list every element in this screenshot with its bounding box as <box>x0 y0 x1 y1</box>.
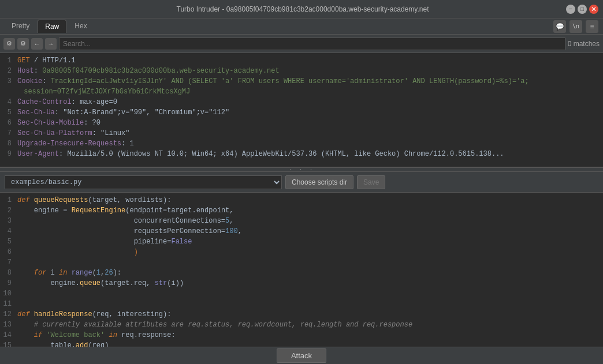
request-line-4: 4 Cache-Control: max-age=0 <box>0 97 603 107</box>
request-line-3: 3 Cookie: TrackingId=acLJwtv1iyISJlnY' A… <box>0 76 603 87</box>
newline-icon-button[interactable]: \n <box>570 20 582 33</box>
script-toolbar: examples/basic.py Choose scripts dir Sav… <box>0 172 603 193</box>
script-line-12: 12 def handleResponse(req, interesting): <box>0 309 603 320</box>
title-bar: Turbo Intruder - 0a98005f04709cb981c3b2a… <box>0 0 603 18</box>
script-line-9: 9 engine.queue(target.req, str(i)) <box>0 278 603 288</box>
request-panel: ⚙ ⚙ ← → 0 matches 1 GET / HTTP/1.1 2 Hos… <box>0 35 603 167</box>
tab-group: Pretty Raw Hex <box>5 20 94 33</box>
request-line-3b: session=0T2fvjWZtJOXr7bGsYb61CrkMtcsXgMJ <box>0 87 603 97</box>
nav-back-button[interactable]: ← <box>31 38 43 50</box>
tab-pretty[interactable]: Pretty <box>5 20 36 33</box>
script-code-area[interactable]: 1 def queueRequests(target, wordlists): … <box>0 193 603 347</box>
script-line-2: 2 engine = RequestEngine(endpoint=target… <box>0 205 603 216</box>
request-line-6: 6 Sec-Ch-Ua-Mobile: ?0 <box>0 118 603 128</box>
script-line-5: 5 pipeline=False <box>0 237 603 247</box>
config-icon-button[interactable]: ⚙ <box>17 38 29 50</box>
tab-hex[interactable]: Hex <box>68 20 94 33</box>
request-code-area[interactable]: 1 GET / HTTP/1.1 2 Host: 0a98005f04709cb… <box>0 53 603 167</box>
panel-divider[interactable]: · · · <box>0 167 603 172</box>
menu-icon-button[interactable]: ≡ <box>586 20 598 33</box>
script-line-14: 14 if 'Welcome back' in req.response: <box>0 330 603 340</box>
script-select[interactable]: examples/basic.py <box>5 175 282 189</box>
script-panel: examples/basic.py Choose scripts dir Sav… <box>0 172 603 347</box>
script-line-6: 6 ) <box>0 247 603 257</box>
request-line-2: 2 Host: 0a98005f04709cb981c3b2ac000d00ba… <box>0 66 603 76</box>
request-line-1: 1 GET / HTTP/1.1 <box>0 55 603 66</box>
nav-fwd-button[interactable]: → <box>45 38 57 50</box>
script-line-1: 1 def queueRequests(target, wordlists): <box>0 195 603 205</box>
window-controls: − □ ✕ <box>566 5 598 14</box>
script-line-3: 3 concurrentConnections=5, <box>0 216 603 226</box>
script-line-13: 13 # currently available attributes are … <box>0 320 603 330</box>
tab-raw[interactable]: Raw <box>38 20 66 33</box>
search-bar: ⚙ ⚙ ← → 0 matches <box>0 35 603 53</box>
save-button[interactable]: Save <box>357 175 385 189</box>
maximize-button[interactable]: □ <box>578 5 587 14</box>
choose-scripts-dir-button[interactable]: Choose scripts dir <box>285 175 353 189</box>
script-line-7: 7 <box>0 257 603 268</box>
minimize-button[interactable]: − <box>566 5 575 14</box>
attack-button[interactable]: Attack <box>277 348 326 363</box>
settings-icon-button[interactable]: ⚙ <box>3 38 15 50</box>
script-line-15: 15 table.add(req) <box>0 340 603 347</box>
request-line-9: 9 User-Agent: Mozilla/5.0 (Windows NT 10… <box>0 149 603 159</box>
request-line-7: 7 Sec-Ch-Ua-Platform: "Linux" <box>0 128 603 138</box>
script-line-8: 8 for i in range(1,26): <box>0 268 603 278</box>
request-line-8: 8 Upgrade-Insecure-Requests: 1 <box>0 138 603 149</box>
tab-bar: Pretty Raw Hex 💬 \n ≡ <box>0 18 603 35</box>
tab-right-icons: 💬 \n ≡ <box>553 20 598 33</box>
search-input[interactable] <box>59 37 565 50</box>
matches-count: 0 matches <box>568 40 600 48</box>
script-line-4: 4 requestsPerConnection=100, <box>0 226 603 237</box>
window-title: Turbo Intruder - 0a98005f04709cb981c3b2a… <box>39 5 566 13</box>
request-line-5: 5 Sec-Ch-Ua: "Not:A-Brand";v="99", "Chro… <box>0 107 603 118</box>
script-line-11: 11 <box>0 299 603 309</box>
attack-bar: Attack <box>0 347 603 364</box>
chat-icon-button[interactable]: 💬 <box>553 20 566 33</box>
script-line-10: 10 <box>0 288 603 299</box>
close-button[interactable]: ✕ <box>589 5 598 14</box>
